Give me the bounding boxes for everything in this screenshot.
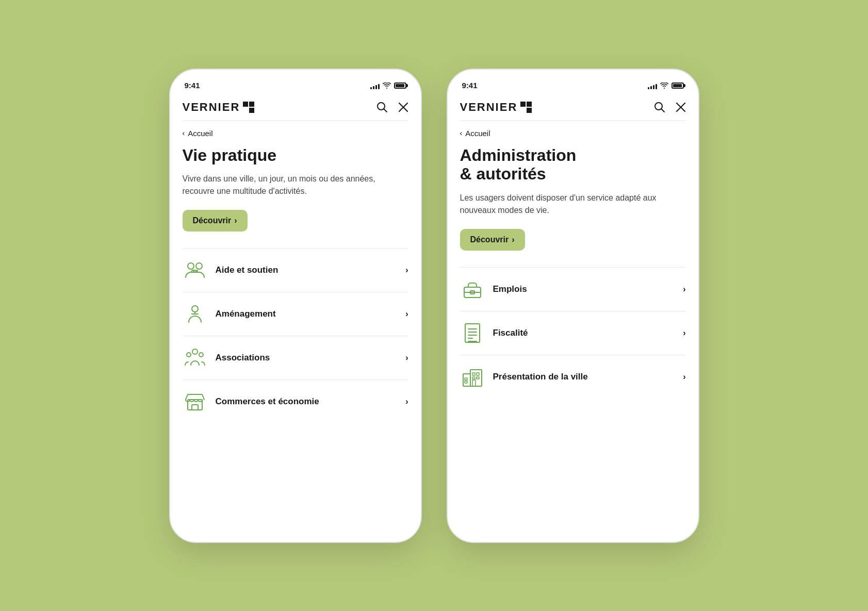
status-icons-1: [370, 82, 406, 89]
logo-text-2: VERNIER: [460, 101, 518, 114]
menu-label-fiscalite: Fiscalité: [493, 328, 683, 338]
svg-line-4: [384, 109, 387, 112]
discover-chevron-1: ›: [234, 216, 237, 225]
svg-point-12: [199, 353, 203, 357]
discover-chevron-2: ›: [512, 235, 514, 244]
discover-button-2[interactable]: Découvrir ›: [460, 229, 525, 251]
menu-chevron-aide: ›: [405, 266, 408, 275]
svg-rect-17: [527, 108, 532, 113]
aide-icon: [183, 258, 207, 283]
discover-button-1[interactable]: Découvrir ›: [183, 210, 248, 232]
menu-list-1: Aide et soutien › Aménagement: [183, 248, 408, 423]
app-header-2: VERNIER: [448, 94, 698, 120]
logo-icon-2: [520, 102, 532, 113]
menu-chevron-presentation: ›: [683, 372, 685, 382]
menu-item-commerces[interactable]: Commerces et économie ›: [183, 379, 408, 423]
associations-icon: [183, 345, 207, 370]
svg-rect-14: [192, 405, 198, 410]
svg-rect-1: [249, 102, 254, 107]
menu-item-presentation[interactable]: Présentation de la ville ›: [460, 355, 686, 399]
signal-icon-2: [648, 82, 657, 89]
breadcrumb-chevron-1: ‹: [183, 129, 185, 137]
header-actions-1: [376, 102, 408, 113]
battery-icon-1: [394, 82, 406, 89]
close-button-2[interactable]: [676, 102, 686, 112]
svg-rect-33: [472, 380, 476, 386]
phone-2-notch: [534, 70, 612, 85]
status-time-2: 9:41: [462, 81, 478, 90]
search-icon-2: [654, 102, 665, 113]
discover-btn-label-1: Découvrir: [193, 216, 232, 225]
svg-rect-34: [472, 373, 475, 375]
breadcrumb-1[interactable]: ‹ Accueil: [170, 121, 421, 142]
svg-point-11: [187, 353, 191, 357]
commerces-icon: [183, 389, 207, 414]
discover-btn-label-2: Découvrir: [470, 235, 509, 244]
menu-chevron-associations: ›: [405, 353, 408, 362]
phone-2: 9:41: [447, 69, 699, 543]
logo-area-1: VERNIER: [183, 101, 255, 114]
breadcrumb-2[interactable]: ‹ Accueil: [448, 121, 698, 142]
logo-icon-1: [243, 102, 254, 113]
svg-rect-35: [477, 373, 479, 375]
svg-rect-15: [520, 102, 526, 107]
page-description-2: Les usagers doivent disposer d'un servic…: [460, 192, 686, 217]
breadcrumb-label-1: Accueil: [188, 129, 212, 138]
phone-1-frame: 9:41: [169, 69, 422, 543]
phone-1-notch: [257, 70, 334, 85]
wifi-icon-1: [383, 82, 391, 89]
close-icon-2: [676, 102, 686, 112]
page-content-2: Administration& autorités Les usagers do…: [448, 142, 698, 411]
phone-1: 9:41: [169, 69, 422, 543]
amenagement-icon: [183, 302, 207, 326]
search-button-1[interactable]: [376, 102, 388, 113]
menu-chevron-fiscalite: ›: [683, 328, 685, 338]
presentation-icon: [460, 365, 485, 389]
page-title-1: Vie pratique: [183, 146, 408, 165]
menu-label-amenagement: Aménagement: [216, 309, 406, 319]
page-title-2: Administration& autorités: [460, 146, 686, 184]
search-icon-1: [376, 102, 388, 113]
menu-label-emplois: Emplois: [493, 284, 683, 294]
close-button-1[interactable]: [398, 102, 408, 112]
phone-2-frame: 9:41: [447, 69, 699, 543]
menu-item-amenagement[interactable]: Aménagement ›: [183, 292, 408, 336]
menu-list-2: Emplois ›: [460, 267, 686, 399]
breadcrumb-chevron-2: ‹: [460, 129, 463, 137]
header-actions-2: [654, 102, 686, 113]
svg-rect-37: [477, 377, 479, 379]
menu-item-associations[interactable]: Associations ›: [183, 336, 408, 379]
page-description-1: Vivre dans une ville, un jour, un mois o…: [183, 173, 408, 197]
menu-label-associations: Associations: [216, 353, 406, 363]
fiscalite-icon: [460, 321, 485, 345]
signal-icon-1: [370, 82, 380, 89]
menu-item-fiscalite[interactable]: Fiscalité ›: [460, 311, 686, 355]
menu-item-aide[interactable]: Aide et soutien ›: [183, 248, 408, 292]
svg-rect-2: [249, 108, 254, 113]
svg-rect-16: [527, 102, 532, 107]
svg-rect-25: [465, 324, 480, 342]
close-icon-1: [398, 102, 408, 112]
svg-rect-38: [465, 378, 467, 380]
svg-rect-0: [243, 102, 248, 107]
emplois-icon: [460, 277, 485, 302]
menu-chevron-emplois: ›: [683, 285, 685, 294]
menu-label-presentation: Présentation de la ville: [493, 372, 683, 382]
menu-item-emplois[interactable]: Emplois ›: [460, 267, 686, 311]
svg-point-8: [196, 263, 202, 269]
svg-point-7: [188, 263, 194, 269]
svg-rect-36: [472, 377, 475, 379]
menu-chevron-amenagement: ›: [405, 309, 408, 319]
status-time-1: 9:41: [185, 81, 200, 90]
page-content-1: Vie pratique Vivre dans une ville, un jo…: [170, 142, 421, 436]
battery-icon-2: [672, 82, 684, 89]
svg-line-19: [661, 109, 664, 112]
logo-text-1: VERNIER: [183, 101, 240, 114]
wifi-icon-2: [660, 82, 668, 89]
svg-point-9: [192, 306, 198, 312]
search-button-2[interactable]: [654, 102, 665, 113]
status-icons-2: [648, 82, 684, 89]
app-header-1: VERNIER: [170, 94, 421, 120]
svg-rect-39: [465, 381, 467, 383]
svg-point-10: [192, 349, 198, 354]
